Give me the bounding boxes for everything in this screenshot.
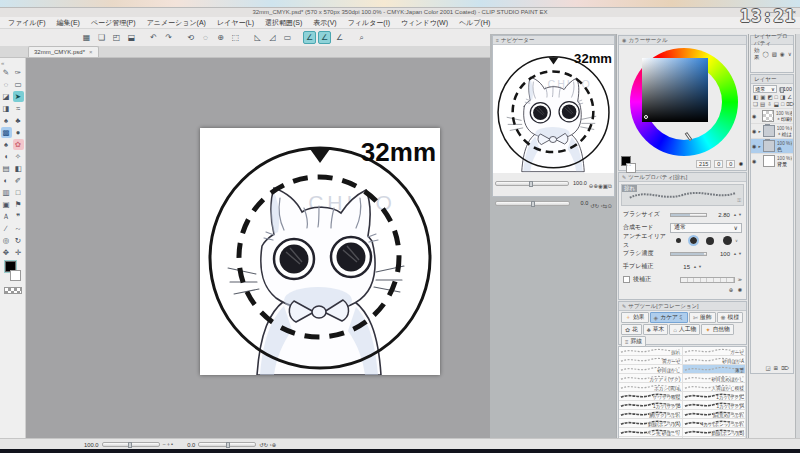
property-slider[interactable] [670,213,707,217]
color-dot-0[interactable]: ◦ [621,162,623,168]
blend-mode-dropdown[interactable]: 通常∨ [753,85,777,93]
brush-item[interactable]: 斜線(ボンッ)(B) [683,428,747,437]
document-tab[interactable]: 32mm_CMYK.psd* × [28,46,99,57]
expander-icon[interactable]: ▸ [758,129,760,134]
brush-item[interactable]: ボカシ(雲)毛 [619,383,683,392]
color-wheel-tab[interactable]: ◉ カラーサークル [619,36,746,45]
subtool-group-花[interactable]: ✿花 [621,324,642,335]
menu-item-0[interactable]: ファイル(F) [8,18,46,28]
deselect-icon[interactable]: ⟲ [184,31,197,44]
brush-item[interactable]: 1カケ(ザク)A [683,401,747,410]
tone-brush-tool-icon[interactable]: ▩ [1,127,12,138]
invert-select-icon[interactable]: ⊕ [214,31,227,44]
snap-line-icon[interactable]: ∠ [333,31,346,44]
canvas-area[interactable]: CHICO 32mm [26,58,490,438]
save-icon[interactable]: ⬓ [125,31,138,44]
flag-tool-icon[interactable]: ⚑ [13,199,24,210]
brush-item[interactable]: 絹(荒め)つぶれ [683,410,747,419]
new-file-icon[interactable]: ❏ [95,31,108,44]
brush-item[interactable]: 4カケ(ボンッ)つぶれ [683,419,747,428]
brush-item[interactable]: 斜線(ボンッ)(A) [619,419,683,428]
color-dot-2[interactable]: ◦ [627,162,629,168]
select-border-icon[interactable]: ⬚ [229,31,242,44]
pencil-tool-icon[interactable]: ✑ [13,67,24,78]
layer-panel-tab[interactable]: レイヤー [751,75,793,84]
sv-cursor[interactable] [644,115,648,119]
mask-icon[interactable]: ◨ [780,94,785,100]
menu-item-7[interactable]: フィルター(I) [348,18,390,28]
tab-close-icon[interactable]: × [89,49,93,55]
border-effect-icon[interactable]: ◯ [763,51,769,57]
eyedropper-tool-icon[interactable]: ✧ [13,151,24,162]
blend-tool-icon[interactable]: ≈ [13,103,24,114]
saturation-value-square[interactable] [642,58,708,122]
menu-item-3[interactable]: アニメーション(A) [147,18,206,28]
curve-tool-icon[interactable]: ～ [13,223,24,234]
eraser-tool-icon[interactable]: ◪ [1,91,12,102]
subtool-group-罫線[interactable]: ≡罫線 [621,336,646,347]
panel-grid-icon[interactable]: ⊞ [774,365,779,371]
menu-item-6[interactable]: 表示(V) [313,18,336,28]
opacity-slider[interactable] [779,87,781,92]
property-slider[interactable] [670,252,707,256]
delete-layer-icon[interactable]: ⌦ [786,101,794,107]
chevron-down-icon[interactable]: ∨ [735,239,738,242]
color-dot-1[interactable]: ◦ [624,162,626,168]
merge-icon[interactable]: ⬓ [774,101,779,107]
color-dot-3[interactable]: ◦ [629,162,631,168]
fill-tool-icon[interactable]: ◨ [1,103,12,114]
sb-fit-icon[interactable]: ▪ [171,441,173,447]
kneaded-eraser-tool-icon[interactable]: ◖ [1,151,12,162]
open-file-icon[interactable]: ◰ [110,31,123,44]
navigator-preview[interactable]: CHICO 32mm [493,45,614,173]
lock-alpha-icon[interactable]: ◩ [767,94,772,100]
white-icon[interactable]: □ [781,101,784,107]
reset-view-icon[interactable]: ⊙ [607,203,612,209]
brush-item[interactable]: ガーゼ [683,347,747,356]
blend-mode-select[interactable]: 通常∨ [670,223,742,233]
new-layer-icon[interactable]: ❏ [753,101,758,107]
decoration-tool-icon[interactable]: ♣ [13,115,24,126]
transparent-color-swatch[interactable] [4,287,22,294]
snap-perspective-icon[interactable]: ∠ [303,31,316,44]
undo-icon[interactable]: ↶ [147,31,160,44]
ruler-tool-icon[interactable]: ▣ [1,199,12,210]
aa-option-0[interactable] [676,238,681,243]
snap-grid-icon[interactable]: ▭ [281,31,294,44]
new-folder-icon[interactable]: ▤ [760,101,765,107]
brush-item[interactable]: 薄墨 [683,365,747,374]
lock-layer-icon[interactable]: ▣ [760,94,765,100]
detail-settings-icon[interactable]: ✱ [737,287,742,293]
gradient-tool-icon[interactable]: ▤ [1,163,12,174]
subtool-tab[interactable]: ✎ サブツール[デコレーション] [619,302,746,311]
visibility-eye-icon[interactable]: ◉ [752,128,756,134]
visibility-eye-icon[interactable]: ◉ [752,113,756,119]
post-correction-checkbox[interactable] [623,276,630,283]
subtool-group-模様[interactable]: ❋模様 [717,312,744,323]
color-settings-icon[interactable]: ✱ [738,161,743,167]
rotate-view-tool-icon[interactable]: ↻ [13,235,24,246]
subtool-group-自然物[interactable]: ✦自然物 [701,324,733,335]
object-tool-icon[interactable]: ➤ [13,91,24,102]
navigator-tab[interactable]: ≡ ナビゲーター [493,36,614,45]
visibility-eye-icon[interactable]: ◉ [752,158,756,164]
subtool-group-人工物[interactable]: ⌂人工物 [669,324,700,335]
expander-icon[interactable]: ▸ [758,144,761,149]
brush-item[interactable]: 砂目荒めぼかし [683,374,747,383]
brush-item[interactable]: ペン先 砂ぼこり [619,428,683,437]
brush-item[interactable]: カケアミ(ザク) [619,374,683,383]
beta-brush-tool-icon[interactable]: ● [13,127,24,138]
marquee-tool-icon[interactable]: ▭ [13,79,24,90]
aa-option-1[interactable] [690,237,697,244]
preview-lock-icon[interactable]: ⚿ [737,197,741,204]
aa-option-3[interactable] [723,236,732,245]
lasso-tool-icon[interactable]: ◌ [1,79,12,90]
correction-tool-icon[interactable]: ✐ [13,175,24,186]
background-color-swatch[interactable] [10,270,21,281]
figure-tool-icon[interactable]: ▥ [1,187,12,198]
panel-menu-icon[interactable]: ≡ [496,37,499,43]
fit-area-icon[interactable]: ⧉ [608,183,612,189]
spinner-icon[interactable]: ▲ ▼ [693,265,702,268]
tone-effect-icon[interactable]: ▨ [772,51,777,57]
brush-item[interactable]: 砂目ぼかA [683,356,747,365]
